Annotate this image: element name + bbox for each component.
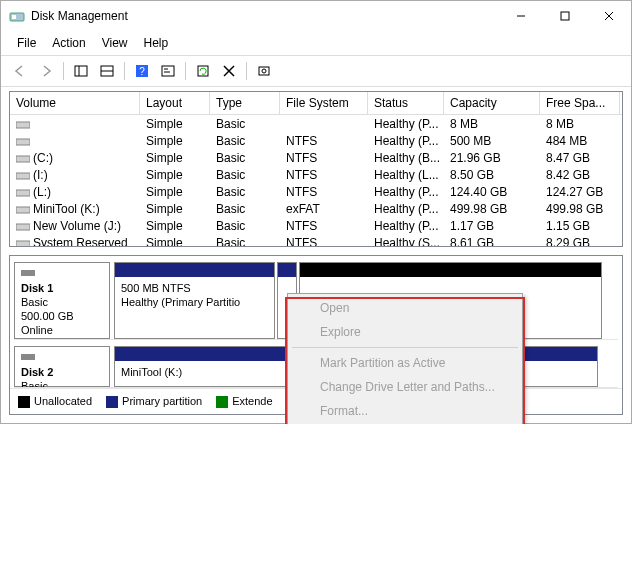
context-menu-item: Explore [290, 320, 520, 344]
cell-fs: NTFS [280, 184, 368, 200]
console-button[interactable] [157, 60, 179, 82]
refresh-button[interactable] [192, 60, 214, 82]
volume-icon [16, 136, 30, 146]
forward-button[interactable] [35, 60, 57, 82]
svg-rect-18 [259, 67, 269, 75]
cell-capacity: 499.98 GB [444, 201, 540, 217]
cell-status: Healthy (S... [368, 235, 444, 248]
partition-stripe [278, 263, 296, 277]
cell-layout: Simple [140, 116, 210, 132]
svg-rect-1 [12, 15, 16, 19]
disk-label[interactable]: Disk 2 Basic [14, 346, 110, 387]
context-menu-item: Mark Partition as Active [290, 351, 520, 375]
volume-icon [16, 187, 30, 197]
volume-row[interactable]: MiniTool (K:)SimpleBasicexFATHealthy (P.… [10, 200, 622, 217]
col-status[interactable]: Status [368, 92, 444, 114]
cell-layout: Simple [140, 133, 210, 149]
cell-free: 8.29 GB [540, 235, 620, 248]
col-layout[interactable]: Layout [140, 92, 210, 114]
volume-row[interactable]: SimpleBasicHealthy (P...8 MB8 MB [10, 115, 622, 132]
disk-size: 500.00 GB [21, 309, 103, 323]
cell-type: Basic [210, 201, 280, 217]
col-type[interactable]: Type [210, 92, 280, 114]
svg-rect-20 [16, 122, 30, 128]
cell-free: 1.15 GB [540, 218, 620, 234]
cell-capacity: 21.96 GB [444, 150, 540, 166]
disk-label[interactable]: Disk 1 Basic 500.00 GB Online [14, 262, 110, 339]
volume-icon [16, 119, 30, 129]
cell-fs: NTFS [280, 167, 368, 183]
svg-rect-25 [16, 207, 30, 213]
cell-fs: NTFS [280, 218, 368, 234]
cell-layout: Simple [140, 235, 210, 248]
cell-volume: (I:) [10, 167, 140, 183]
cell-status: Healthy (L... [368, 167, 444, 183]
volume-row[interactable]: (L:)SimpleBasicNTFSHealthy (P...124.40 G… [10, 183, 622, 200]
cell-type: Basic [210, 116, 280, 132]
app-icon [9, 8, 25, 24]
volume-row[interactable]: New Volume (J:)SimpleBasicNTFSHealthy (P… [10, 217, 622, 234]
cell-type: Basic [210, 150, 280, 166]
svg-rect-27 [16, 241, 30, 247]
titlebar: Disk Management [1, 1, 631, 31]
disk-type: Basic [21, 379, 103, 388]
col-volume[interactable]: Volume [10, 92, 140, 114]
cell-free: 8.42 GB [540, 167, 620, 183]
menu-help[interactable]: Help [136, 33, 177, 53]
cell-volume: (C:) [10, 150, 140, 166]
cell-free: 499.98 GB [540, 201, 620, 217]
disk-state: Online [21, 323, 103, 337]
col-free-space[interactable]: Free Spa... [540, 92, 620, 114]
help-button[interactable]: ? [131, 60, 153, 82]
context-menu-separator [292, 347, 518, 348]
partition-line2: Healthy (Primary Partitio [121, 295, 268, 309]
cell-layout: Simple [140, 218, 210, 234]
volume-row[interactable]: System ReservedSimpleBasicNTFSHealthy (S… [10, 234, 622, 247]
svg-rect-29 [21, 354, 35, 360]
cell-type: Basic [210, 235, 280, 248]
back-button[interactable] [9, 60, 31, 82]
show-hide-tree-button[interactable] [70, 60, 92, 82]
col-file-system[interactable]: File System [280, 92, 368, 114]
cell-fs: NTFS [280, 133, 368, 149]
delete-button[interactable] [218, 60, 240, 82]
toolbar-sep [246, 62, 247, 80]
svg-point-19 [262, 69, 266, 73]
close-button[interactable] [587, 1, 631, 31]
col-capacity[interactable]: Capacity [444, 92, 540, 114]
volume-row[interactable]: (C:)SimpleBasicNTFSHealthy (B...21.96 GB… [10, 149, 622, 166]
minimize-button[interactable] [499, 1, 543, 31]
maximize-button[interactable] [543, 1, 587, 31]
cell-status: Healthy (P... [368, 116, 444, 132]
disk-type: Basic [21, 295, 103, 309]
cell-capacity: 8 MB [444, 116, 540, 132]
legend-swatch-extended [216, 396, 228, 408]
menu-view[interactable]: View [94, 33, 136, 53]
context-menu-item: Format... [290, 399, 520, 423]
cell-free: 8 MB [540, 116, 620, 132]
toolbar: ? [1, 55, 631, 87]
menu-action[interactable]: Action [44, 33, 93, 53]
settings-button[interactable] [253, 60, 275, 82]
cell-capacity: 124.40 GB [444, 184, 540, 200]
partition-stripe [115, 263, 274, 277]
partition-body: 500 MB NTFSHealthy (Primary Partitio [115, 277, 274, 338]
cell-layout: Simple [140, 150, 210, 166]
legend-item: Primary partition [106, 395, 202, 408]
show-hide-list-button[interactable] [96, 60, 118, 82]
volume-row[interactable]: SimpleBasicNTFSHealthy (P...500 MB484 MB [10, 132, 622, 149]
context-menu: OpenExploreMark Partition as ActiveChang… [287, 293, 523, 424]
cell-fs: NTFS [280, 235, 368, 248]
cell-type: Basic [210, 184, 280, 200]
partition[interactable]: 500 MB NTFSHealthy (Primary Partitio [114, 262, 275, 339]
cell-volume: MiniTool (K:) [10, 201, 140, 217]
volume-list[interactable]: Volume Layout Type File System Status Ca… [9, 91, 623, 247]
svg-rect-3 [561, 12, 569, 20]
volume-list-header: Volume Layout Type File System Status Ca… [10, 92, 622, 115]
svg-rect-28 [21, 270, 35, 276]
cell-volume: (L:) [10, 184, 140, 200]
menu-file[interactable]: File [9, 33, 44, 53]
legend-item: Unallocated [18, 395, 92, 408]
volume-row[interactable]: (I:)SimpleBasicNTFSHealthy (L...8.50 GB8… [10, 166, 622, 183]
svg-rect-21 [16, 139, 30, 145]
